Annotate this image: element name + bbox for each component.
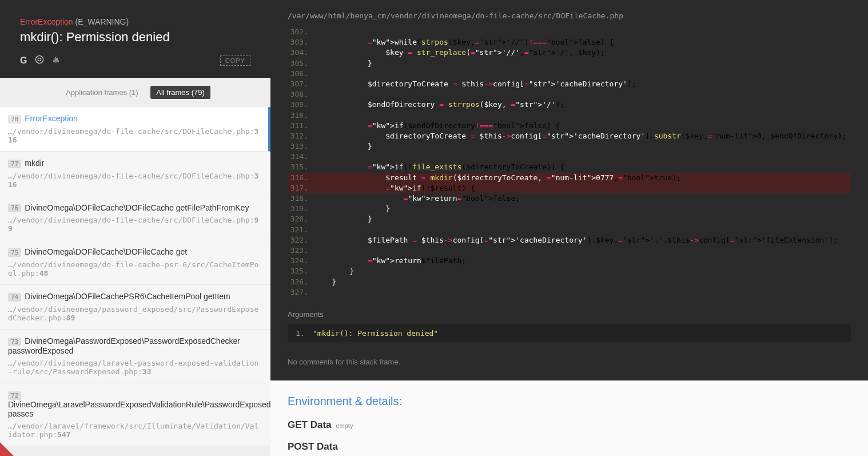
stack-frame[interactable]: 72DivineOmega\LaravelPasswordExposedVali… xyxy=(0,383,270,446)
exception-class: ErrorException xyxy=(20,17,73,26)
code-line: 317. ="kw">if (!$result) { xyxy=(288,183,851,193)
frame-function: DivineOmega\LaravelPasswordExposedValida… xyxy=(8,400,270,418)
code-text: ="kw">if xyxy=(314,121,404,131)
svg-point-0 xyxy=(36,55,43,63)
stack-frame[interactable]: 78ErrorException…/vendor/divineomega/do-… xyxy=(0,107,270,152)
code-line: 324. ="kw">return $filePath; xyxy=(288,256,851,266)
argument-value: "mkdir(): Permission denied" xyxy=(313,329,438,338)
filter-application-frames[interactable]: Application frames (1) xyxy=(60,86,144,99)
code-line: 319. } xyxy=(288,204,851,214)
frame-number: 76 xyxy=(8,204,21,212)
post-data-section: POST Data _method"PATCH"_token"4XdJJfLQf… xyxy=(288,441,851,456)
code-file-path: /var/www/html/benya_cm/vendor/divineomeg… xyxy=(288,11,851,20)
code-text: $directoryToCreate = $this->config[="str… xyxy=(314,131,645,141)
line-number: 315. xyxy=(288,162,314,172)
code-text: } xyxy=(314,214,372,224)
google-icon[interactable]: G xyxy=(20,55,27,66)
arguments-list: 1."mkdir(): Permission denied" xyxy=(288,324,851,342)
code-text: ="kw">while xyxy=(314,37,417,47)
stackoverflow-icon[interactable] xyxy=(52,55,60,66)
code-text: $filePath = $this->config[="str">'cacheD… xyxy=(314,235,587,245)
frame-number: 72 xyxy=(8,391,21,400)
code-text: } xyxy=(314,266,354,276)
line-number: 305. xyxy=(288,58,314,69)
stack-frame[interactable]: 76DivineOmega\DOFileCache\DOFileCache ge… xyxy=(0,196,270,241)
code-text: $key = str_replace(="str">'//' xyxy=(314,47,520,58)
code-text: $result = mkdir($directoryToCreate, ="nu… xyxy=(314,173,614,183)
code-line: 321. xyxy=(288,225,851,235)
help-icons: G COPY xyxy=(20,55,250,66)
stack-frame[interactable]: 74DivineOmega\DOFileCachePSR6\CacheItemP… xyxy=(0,285,270,330)
frame-comments: No comments for this stack frame. xyxy=(270,349,868,380)
code-line: 314. xyxy=(288,152,851,162)
frame-number: 78 xyxy=(8,115,21,124)
line-number: 303. xyxy=(288,37,314,47)
frame-path: …/vendor/divineomega/do-file-cache-psr-6… xyxy=(8,260,262,277)
exception-header: ErrorException (E_WARNING) mkdir(): Perm… xyxy=(0,0,270,78)
exception-type: (E_WARNING) xyxy=(75,17,129,26)
code-line: 323. xyxy=(288,245,851,256)
frame-filter-bar: Application frames (1) All frames (79) xyxy=(0,78,270,107)
get-empty-tag: empty xyxy=(336,422,353,429)
arguments-label: Arguments xyxy=(288,310,851,319)
code-line: 304. $key = str_replace(="str">'//', ="s… xyxy=(288,47,851,58)
code-line: 326. } xyxy=(288,277,851,287)
code-text: $endOfDirectory = strrpos($key, ="str">'… xyxy=(314,100,556,110)
code-line: 312. $directoryToCreate = $this->config[… xyxy=(288,131,851,141)
code-line: 311. ="kw">if ($endOfDirectory !== ="boo… xyxy=(288,121,851,131)
frame-path: …/vendor/divineomega/password_exposed/sr… xyxy=(8,305,262,322)
frame-path: …/vendor/divineomega/laravel-password-ex… xyxy=(8,359,262,376)
frame-function: mkdir xyxy=(25,158,44,168)
stack-frame[interactable]: 77mkdir…/vendor/divineomega/do-file-cach… xyxy=(0,152,270,196)
frame-function: DivineOmega\DOFileCachePSR6\CacheItemPoo… xyxy=(25,292,230,301)
frame-path: …/vendor/divineomega/do-file-cache/src/D… xyxy=(8,127,260,144)
arguments-section: Arguments 1."mkdir(): Permission denied" xyxy=(270,303,868,349)
code-line: 313. } xyxy=(288,141,851,152)
argument-index: 1. xyxy=(296,329,313,338)
frame-function: DivineOmega\DOFileCache\DOFileCache getF… xyxy=(25,203,249,212)
right-panel[interactable]: /var/www/html/benya_cm/vendor/divineomeg… xyxy=(270,0,868,456)
line-number: 319. xyxy=(288,204,314,214)
frames-list: 78ErrorException…/vendor/divineomega/do-… xyxy=(0,107,270,447)
line-number: 318. xyxy=(288,193,314,204)
line-number: 317. xyxy=(288,183,314,193)
code-text: ="kw">if xyxy=(314,162,404,172)
code-line: 322. $filePath = $this->config[="str">'c… xyxy=(288,235,851,245)
code-line: 316. $result = mkdir($directoryToCreate,… xyxy=(288,173,851,183)
code-line: 306. xyxy=(288,69,851,79)
stack-frame[interactable]: 73DivineOmega\PasswordExposed\PasswordEx… xyxy=(0,330,270,383)
code-lines: 302.303. ="kw">while (strpos($key, ="str… xyxy=(288,27,851,298)
line-number: 304. xyxy=(288,47,314,58)
duckduckgo-icon[interactable] xyxy=(35,55,44,66)
line-number: 316. xyxy=(288,173,314,183)
frame-path: …/vendor/laravel/framework/src/Illuminat… xyxy=(8,422,262,439)
line-number: 302. xyxy=(288,27,314,37)
code-line: 318. ="kw">return ="bool">false; xyxy=(288,193,851,204)
code-line: 320. } xyxy=(288,214,851,224)
code-line: 325. } xyxy=(288,266,851,276)
line-number: 320. xyxy=(288,214,314,224)
line-number: 312. xyxy=(288,131,314,141)
code-text: } xyxy=(314,204,390,214)
line-number: 323. xyxy=(288,245,314,256)
frame-number: 74 xyxy=(8,293,21,302)
frame-number: 75 xyxy=(8,248,21,257)
code-line: 308. xyxy=(288,89,851,100)
get-data-section: GET Data empty xyxy=(288,419,851,431)
stack-frame[interactable]: 75DivineOmega\DOFileCache\DOFileCache ge… xyxy=(0,240,270,285)
details-title: Environment & details: xyxy=(288,395,851,408)
code-line: 309. $endOfDirectory = strrpos($key, ="s… xyxy=(288,100,851,110)
frame-function: ErrorException xyxy=(25,114,78,123)
code-text: ="kw">return xyxy=(314,256,421,266)
frame-function: DivineOmega\DOFileCache\DOFileCache get xyxy=(25,247,187,256)
line-number: 324. xyxy=(288,256,314,266)
argument-row: 1."mkdir(): Permission denied" xyxy=(288,324,851,342)
filter-all-frames[interactable]: All frames (79) xyxy=(150,86,210,99)
line-number: 306. xyxy=(288,69,314,79)
code-line: 315. ="kw">if (!file_exists($directoryTo… xyxy=(288,162,851,172)
line-number: 307. xyxy=(288,79,314,89)
copy-button[interactable]: COPY xyxy=(220,55,250,66)
code-text: $directoryToCreate = $this->config[="str… xyxy=(314,79,627,89)
whoops-container: ErrorException (E_WARNING) mkdir(): Perm… xyxy=(0,0,868,456)
get-data-label: GET Data xyxy=(288,419,332,431)
